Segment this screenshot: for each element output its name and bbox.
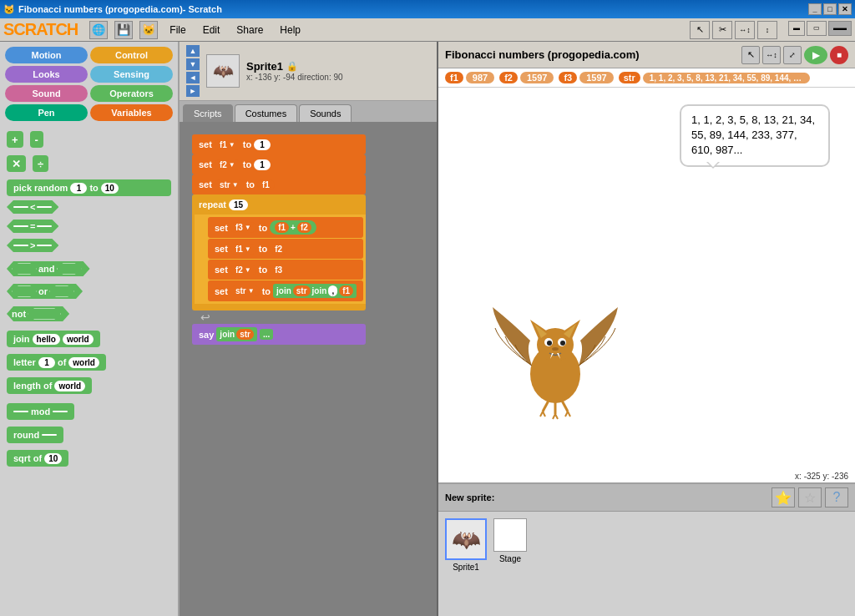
- var-str: str 1, 1, 2, 3, 5, 8, 13, 21, 34, 55, 89…: [619, 72, 810, 83]
- new-sprite-paint[interactable]: ⭐: [772, 487, 795, 507]
- menu-edit[interactable]: Edit: [198, 23, 225, 38]
- cat-variables[interactable]: Variables: [90, 104, 173, 121]
- less-than-block[interactable]: <: [7, 200, 58, 214]
- cat-pen[interactable]: Pen: [5, 104, 88, 121]
- sprite-item-sprite1[interactable]: 🦇 Sprite1: [445, 518, 487, 572]
- or-block[interactable]: or: [7, 284, 83, 299]
- menu-file[interactable]: File: [164, 23, 190, 38]
- f1-var[interactable]: f1▼: [215, 139, 240, 150]
- pick-random-block[interactable]: pick random 1 to 10: [7, 179, 171, 196]
- sqrt-block[interactable]: sqrt of 10: [7, 450, 68, 467]
- tab-sounds[interactable]: Sounds: [299, 104, 352, 122]
- repeat-count[interactable]: 15: [229, 199, 248, 210]
- cat-sensing[interactable]: Sensing: [90, 66, 173, 83]
- f3-ref-val[interactable]: f3: [270, 265, 287, 275]
- globe-icon[interactable]: 🌐: [89, 21, 108, 39]
- sprite-item-stage[interactable]: Stage: [493, 518, 527, 563]
- f2-var[interactable]: f2▼: [215, 159, 240, 170]
- maximize-button[interactable]: □: [823, 3, 837, 15]
- repeat-block[interactable]: repeat 15 set f3▼ to f1 + f2: [192, 194, 366, 311]
- subtract-block[interactable]: -: [30, 131, 43, 148]
- set-str-inner-block[interactable]: set str▼ to join str join , f1: [208, 280, 363, 301]
- sprite-nav-left[interactable]: ◄: [186, 72, 200, 83]
- not-block[interactable]: not: [7, 306, 69, 321]
- join-block[interactable]: join hello world: [7, 331, 100, 347]
- divide-block[interactable]: ÷: [33, 155, 48, 172]
- pick-random-from[interactable]: 1: [70, 183, 87, 194]
- script-area[interactable]: set f1▼ to 1 set f2▼ to 1 set str▼ to: [180, 122, 437, 616]
- sprite-coords: x: -136 y: -94 direction: 90: [246, 73, 343, 82]
- cursor-tool[interactable]: ↖: [690, 21, 710, 39]
- f1-val[interactable]: 1: [254, 139, 271, 150]
- str-f1-val[interactable]: f1: [257, 179, 275, 190]
- add-block[interactable]: +: [7, 131, 23, 148]
- var-f3: f3 1597: [559, 72, 613, 83]
- stamp-tool[interactable]: ✂: [712, 21, 732, 39]
- menu-share[interactable]: Share: [231, 23, 268, 38]
- stage-icon-cursor[interactable]: ↖: [741, 46, 760, 64]
- f2-ref-val[interactable]: f2: [270, 244, 287, 255]
- and-block[interactable]: and: [7, 261, 90, 276]
- str-var[interactable]: str▼: [215, 179, 244, 190]
- close-button[interactable]: ✕: [838, 3, 852, 15]
- menu-help[interactable]: Help: [275, 23, 306, 38]
- sprite-nav-up[interactable]: ▲: [186, 45, 200, 57]
- cat-motion[interactable]: Motion: [5, 47, 88, 63]
- set-f3-inner-block[interactable]: set f3▼ to f1 + f2: [208, 217, 363, 238]
- sqrt-val[interactable]: 10: [44, 453, 62, 464]
- round-label: round: [13, 430, 39, 440]
- sprite-nav-down[interactable]: ▼: [186, 58, 200, 70]
- f2-val[interactable]: 1: [254, 159, 271, 170]
- sqrt-of-label: of: [33, 453, 42, 463]
- join-val2[interactable]: world: [63, 334, 94, 345]
- round-block[interactable]: round: [7, 427, 63, 443]
- f1-inner-var[interactable]: f1▼: [230, 244, 256, 255]
- cat-operators[interactable]: Operators: [90, 85, 173, 102]
- str-inner-var[interactable]: str▼: [230, 285, 260, 296]
- say-block[interactable]: say join str ...: [192, 324, 366, 345]
- letter-of-label: of: [58, 357, 66, 367]
- set-str-block[interactable]: set str▼ to f1: [192, 174, 366, 194]
- stage-header-icons: ↖ ↔↕ ⤢ ▶ ■: [741, 46, 848, 64]
- shrink-tool[interactable]: ↕: [757, 21, 777, 39]
- join-val1[interactable]: hello: [33, 334, 60, 345]
- new-sprite-surprise[interactable]: ?: [825, 487, 848, 507]
- save-icon[interactable]: 💾: [114, 21, 133, 39]
- letter-val[interactable]: world: [68, 357, 99, 368]
- set-f2-inner-block[interactable]: set f2▼ to f3: [208, 260, 363, 280]
- stage-icon-fullscreen[interactable]: ⤢: [783, 46, 802, 64]
- stop-button[interactable]: ■: [830, 46, 848, 64]
- stage-small[interactable]: ▬: [788, 21, 805, 36]
- stage-icon-expand[interactable]: ↔↕: [762, 46, 781, 64]
- letter-of-block[interactable]: letter 1 of world: [7, 354, 106, 371]
- pick-random-to[interactable]: 10: [101, 183, 119, 194]
- categories: Motion Control Looks Sensing Sound Opera…: [0, 42, 178, 126]
- f3-inner-var[interactable]: f3▼: [230, 222, 256, 233]
- set-f1-block[interactable]: set f1▼ to 1: [192, 134, 366, 154]
- cat-control[interactable]: Control: [90, 47, 173, 63]
- new-sprite-browse[interactable]: ☆: [798, 487, 822, 507]
- cat-icon[interactable]: 🐱: [139, 21, 158, 39]
- set-f1-inner-block[interactable]: set f1▼ to f2: [208, 239, 363, 259]
- minimize-button[interactable]: _: [808, 3, 822, 15]
- go-button[interactable]: ▶: [804, 46, 827, 64]
- sprite-nav-right[interactable]: ►: [186, 85, 200, 97]
- multiply-block[interactable]: ✕: [7, 155, 26, 172]
- tab-costumes[interactable]: Costumes: [235, 104, 298, 122]
- tab-scripts[interactable]: Scripts: [183, 104, 233, 122]
- stage-large[interactable]: ▬▬: [828, 21, 852, 36]
- letter-num[interactable]: 1: [38, 357, 55, 368]
- cat-sound[interactable]: Sound: [5, 85, 88, 102]
- var-f1-label: f1: [445, 72, 463, 83]
- length-of-block[interactable]: length of world: [7, 377, 92, 394]
- stage-medium[interactable]: ▭: [807, 21, 827, 36]
- f2-inner-var[interactable]: f2▼: [230, 265, 256, 275]
- greater-than-block[interactable]: >: [7, 239, 58, 252]
- cat-looks[interactable]: Looks: [5, 66, 88, 83]
- set-f2-block[interactable]: set f2▼ to 1: [192, 154, 366, 174]
- grow-tool[interactable]: ↔↕: [735, 21, 755, 39]
- mod-block[interactable]: mod: [7, 403, 74, 420]
- length-val[interactable]: world: [54, 381, 85, 391]
- stage-coords: x: -325 y: -236: [795, 472, 848, 481]
- equal-block[interactable]: =: [7, 220, 58, 233]
